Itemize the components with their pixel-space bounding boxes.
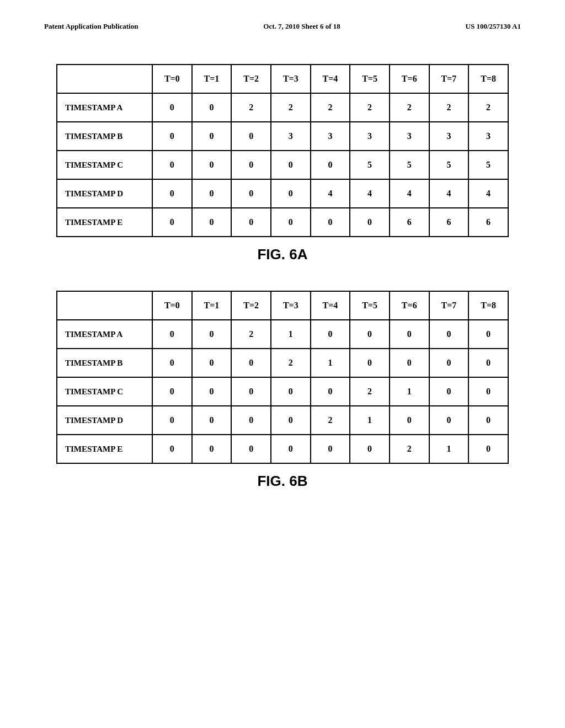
cell-r0-c1: 0 — [192, 320, 232, 349]
header-left: Patent Application Publication — [44, 22, 138, 31]
cell-r3-c6: 4 — [390, 179, 429, 208]
table-row: TIMESTAMP C000002100 — [57, 377, 508, 406]
cell-r1-c2: 0 — [231, 122, 271, 151]
row-label-1: TIMESTAMP B — [57, 349, 152, 377]
empty-header — [57, 65, 152, 93]
cell-r3-c2: 0 — [231, 406, 271, 435]
col-header-T5: T=5 — [350, 291, 390, 320]
cell-r2-c4: 0 — [311, 151, 350, 179]
cell-r2-c8: 5 — [468, 151, 508, 179]
figure-6a-container: T=0T=1T=2T=3T=4T=5T=6T=7T=8TIMESTAMP A00… — [44, 64, 521, 263]
row-label-4: TIMESTAMP E — [57, 208, 152, 237]
cell-r0-c2: 2 — [231, 93, 271, 122]
row-label-3: TIMESTAMP D — [57, 179, 152, 208]
page: Patent Application Publication Oct. 7, 2… — [0, 0, 565, 728]
cell-r3-c3: 0 — [271, 406, 311, 435]
cell-r2-c4: 0 — [311, 377, 350, 406]
cell-r1-c8: 0 — [468, 349, 508, 377]
cell-r1-c6: 3 — [390, 122, 429, 151]
cell-r4-c5: 0 — [350, 435, 390, 463]
cell-r4-c0: 0 — [152, 208, 192, 237]
cell-r1-c2: 0 — [231, 349, 271, 377]
cell-r1-c0: 0 — [152, 122, 192, 151]
cell-r4-c4: 0 — [311, 435, 350, 463]
cell-r2-c5: 2 — [350, 377, 390, 406]
row-label-0: TIMESTAMP A — [57, 93, 152, 122]
cell-r0-c8: 0 — [468, 320, 508, 349]
cell-r4-c8: 6 — [468, 208, 508, 237]
col-header-T6: T=6 — [390, 291, 429, 320]
cell-r0-c8: 2 — [468, 93, 508, 122]
cell-r0-c4: 0 — [311, 320, 350, 349]
cell-r3-c1: 0 — [192, 179, 232, 208]
cell-r3-c8: 0 — [468, 406, 508, 435]
empty-header — [57, 291, 152, 320]
cell-r0-c5: 2 — [350, 93, 390, 122]
col-header-T8: T=8 — [468, 291, 508, 320]
cell-r4-c0: 0 — [152, 435, 192, 463]
cell-r4-c3: 0 — [271, 435, 311, 463]
cell-r2-c8: 0 — [468, 377, 508, 406]
col-header-T6: T=6 — [390, 65, 429, 93]
table-row: TIMESTAMP E000000666 — [57, 208, 508, 237]
table-row: TIMESTAMP E000000210 — [57, 435, 508, 463]
col-header-T8: T=8 — [468, 65, 508, 93]
cell-r4-c5: 0 — [350, 208, 390, 237]
table-row: TIMESTAMP D000044444 — [57, 179, 508, 208]
cell-r0-c5: 0 — [350, 320, 390, 349]
cell-r0-c7: 2 — [429, 93, 469, 122]
cell-r0-c1: 0 — [192, 93, 232, 122]
figure-6a-caption: FIG. 6A — [44, 246, 521, 263]
cell-r0-c0: 0 — [152, 93, 192, 122]
cell-r1-c0: 0 — [152, 349, 192, 377]
cell-r4-c2: 0 — [231, 208, 271, 237]
cell-r2-c5: 5 — [350, 151, 390, 179]
cell-r3-c5: 1 — [350, 406, 390, 435]
cell-r1-c7: 3 — [429, 122, 469, 151]
col-header-T7: T=7 — [429, 65, 469, 93]
col-header-T4: T=4 — [311, 65, 350, 93]
table-row: TIMESTAMP B000333333 — [57, 122, 508, 151]
cell-r2-c3: 0 — [271, 377, 311, 406]
row-label-2: TIMESTAMP C — [57, 151, 152, 179]
table-row: TIMESTAMP D000021000 — [57, 406, 508, 435]
cell-r2-c7: 0 — [429, 377, 469, 406]
cell-r3-c6: 0 — [390, 406, 429, 435]
cell-r0-c7: 0 — [429, 320, 469, 349]
cell-r3-c7: 4 — [429, 179, 469, 208]
cell-r1-c3: 2 — [271, 349, 311, 377]
cell-r2-c1: 0 — [192, 377, 232, 406]
cell-r1-c1: 0 — [192, 122, 232, 151]
cell-r0-c6: 0 — [390, 320, 429, 349]
cell-r1-c5: 0 — [350, 349, 390, 377]
col-header-T1: T=1 — [192, 291, 232, 320]
col-header-T2: T=2 — [231, 65, 271, 93]
cell-r4-c7: 1 — [429, 435, 469, 463]
col-header-T4: T=4 — [311, 291, 350, 320]
header-center: Oct. 7, 2010 Sheet 6 of 18 — [263, 22, 340, 31]
cell-r1-c3: 3 — [271, 122, 311, 151]
cell-r4-c2: 0 — [231, 435, 271, 463]
cell-r2-c6: 1 — [390, 377, 429, 406]
cell-r2-c1: 0 — [192, 151, 232, 179]
cell-r3-c8: 4 — [468, 179, 508, 208]
col-header-T1: T=1 — [192, 65, 232, 93]
row-label-1: TIMESTAMP B — [57, 122, 152, 151]
cell-r0-c3: 1 — [271, 320, 311, 349]
cell-r3-c7: 0 — [429, 406, 469, 435]
cell-r1-c4: 3 — [311, 122, 350, 151]
col-header-T3: T=3 — [271, 65, 311, 93]
table-row: TIMESTAMP B000210000 — [57, 349, 508, 377]
cell-r4-c1: 0 — [192, 435, 232, 463]
page-header: Patent Application Publication Oct. 7, 2… — [44, 22, 521, 31]
cell-r1-c8: 3 — [468, 122, 508, 151]
figure-6b-container: T=0T=1T=2T=3T=4T=5T=6T=7T=8TIMESTAMP A00… — [44, 291, 521, 490]
cell-r3-c4: 4 — [311, 179, 350, 208]
table-row: TIMESTAMP C000005555 — [57, 151, 508, 179]
cell-r1-c6: 0 — [390, 349, 429, 377]
cell-r4-c1: 0 — [192, 208, 232, 237]
cell-r3-c0: 0 — [152, 406, 192, 435]
table-6b: T=0T=1T=2T=3T=4T=5T=6T=7T=8TIMESTAMP A00… — [56, 291, 509, 464]
cell-r4-c6: 2 — [390, 435, 429, 463]
col-header-T7: T=7 — [429, 291, 469, 320]
